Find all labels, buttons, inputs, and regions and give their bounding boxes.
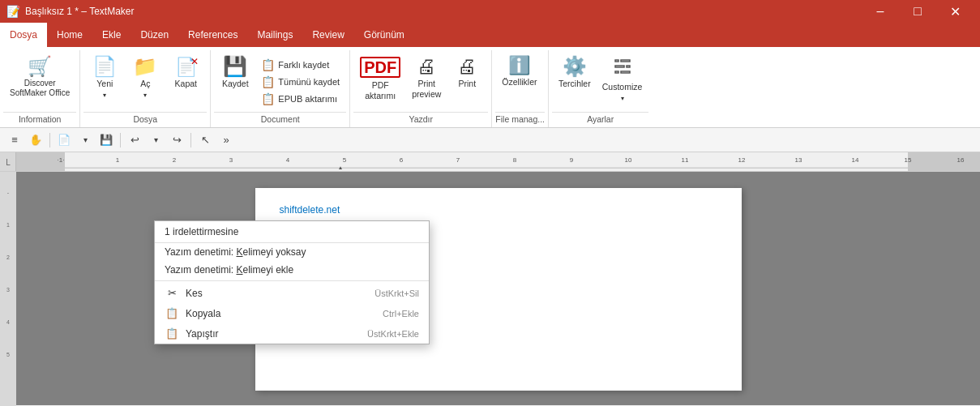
epub-button[interactable]: 📋 EPUB aktarımı xyxy=(256,91,344,107)
svg-text:·1·: ·1· xyxy=(58,157,65,165)
ribbon-group-information: 🛒 DiscoverSoftMaker Office Information xyxy=(0,50,80,127)
farkli-label: Farklı kaydet xyxy=(278,60,329,70)
ribbon-group-dosya-label: Dosya xyxy=(83,112,207,127)
ctx-add-item[interactable]: Yazım denetimi: Kelimeyi ekle xyxy=(155,261,429,279)
svg-text:16: 16 xyxy=(957,157,965,165)
undo-dropdown-button[interactable]: ▾ xyxy=(146,130,165,150)
svg-text:5: 5 xyxy=(343,157,347,165)
ribbon-group-filemanag-buttons: ℹ️ Özellikler xyxy=(495,50,545,112)
ribbon-group-information-label: Information xyxy=(3,112,76,127)
kaydet-icon: 💾 xyxy=(223,57,247,76)
svg-rect-4 xyxy=(615,71,618,73)
undo-button[interactable]: ↩ xyxy=(125,130,144,150)
ac-label: Aç xyxy=(140,79,150,89)
ribbon-group-yazdir-buttons: PDF PDFaktarımı 🖨 Printpreview 🖨 Print xyxy=(353,50,488,112)
ruler-main: ·1· 1 2 3 4 5 6 7 8 9 10 11 12 13 14 15 … xyxy=(16,152,980,171)
ribbon-group-ayarlar-label: Ayarlar xyxy=(552,112,648,127)
save-toolbar-button[interactable]: 💾 xyxy=(96,130,116,150)
print-button[interactable]: 🖨 Print xyxy=(447,53,486,110)
svg-text:2: 2 xyxy=(6,254,10,260)
maximize-button[interactable]: □ xyxy=(899,0,936,23)
close-button[interactable]: ✕ xyxy=(936,0,974,23)
kes-shortcut: ÜstKrkt+Sil xyxy=(374,288,419,298)
svg-text:6: 6 xyxy=(400,157,404,165)
minimize-button[interactable]: – xyxy=(862,0,899,23)
ribbon-group-document-buttons: 💾 Kaydet 📋 Farklı kaydet 📋 Tümünü kaydet… xyxy=(214,50,346,112)
farkli-icon: 📋 xyxy=(261,58,275,71)
ribbon-group-ayarlar: ⚙️ Tercihler Customize▾ Ayarlar xyxy=(549,50,652,127)
ctx-kopyala-item[interactable]: 📋 Kopyala Ctrl+Ekle xyxy=(155,303,429,323)
yapistir-icon: 📋 xyxy=(165,327,179,340)
svg-text:4: 4 xyxy=(6,319,10,325)
ctx-spell-suggestion: 1 irdelettirmesine xyxy=(155,221,429,243)
vertical-ruler: - 1 2 3 4 5 xyxy=(0,172,16,405)
title-bar-controls: – □ ✕ xyxy=(862,0,974,23)
discover-icon: 🛒 xyxy=(28,57,52,76)
svg-text:L: L xyxy=(6,158,11,167)
yeni-arrow: ▾ xyxy=(103,92,106,99)
tercihler-label: Tercihler xyxy=(558,79,591,89)
kaydet-button[interactable]: 💾 Kaydet xyxy=(216,53,255,110)
tumunu-icon: 📋 xyxy=(261,75,275,88)
hand-tool-button[interactable]: ✋ xyxy=(26,130,45,150)
svg-text:8: 8 xyxy=(513,157,517,165)
toolbar-separator-1 xyxy=(49,133,50,147)
customize-button[interactable]: Customize▾ xyxy=(597,53,648,110)
pdf-label: PDFaktarımı xyxy=(365,80,396,100)
ribbon-group-ayarlar-buttons: ⚙️ Tercihler Customize▾ xyxy=(552,50,648,112)
document-area[interactable]: shiftdelete.net 1 irdelettirmesine Yazım… xyxy=(16,172,980,405)
cursor-button[interactable]: ↖ xyxy=(195,130,215,150)
svg-text:9: 9 xyxy=(570,157,573,165)
customize-icon xyxy=(613,57,632,79)
svg-rect-3 xyxy=(627,66,630,67)
svg-text:5: 5 xyxy=(6,352,10,357)
title-bar: 📝 Başlıksız 1 * – TextMaker – □ ✕ xyxy=(0,0,980,23)
main-area: - 1 2 3 4 5 shiftdelete.net 1 irdelettir… xyxy=(0,172,980,405)
document-small-buttons: 📋 Farklı kaydet 📋 Tümünü kaydet 📋 EPUB a… xyxy=(256,53,344,107)
ctx-ignore-item[interactable]: Yazım denetimi: Kelimeyi yoksay xyxy=(155,243,429,261)
redo-button[interactable]: ↪ xyxy=(167,130,186,150)
svg-rect-1 xyxy=(621,60,630,62)
pdf-button[interactable]: PDF PDFaktarımı xyxy=(355,53,405,110)
menu-toggle-button[interactable]: ≡ xyxy=(5,130,24,150)
kes-label: Kes xyxy=(186,288,368,299)
menu-item-review[interactable]: Review xyxy=(302,23,353,47)
menu-item-gorunum[interactable]: Görünüm xyxy=(354,23,414,47)
yapistir-label: Yapıştır xyxy=(186,328,361,340)
discover-button[interactable]: 🛒 DiscoverSoftMaker Office xyxy=(5,53,75,110)
yeni-button[interactable]: 📄 Yeni ▾ xyxy=(85,53,124,110)
svg-text:15: 15 xyxy=(905,157,913,165)
ozellikler-button[interactable]: ℹ️ Özellikler xyxy=(497,53,541,110)
printpreview-button[interactable]: 🖨 Printpreview xyxy=(407,53,446,110)
tercihler-button[interactable]: ⚙️ Tercihler xyxy=(554,53,596,110)
menu-item-home[interactable]: Home xyxy=(47,23,92,47)
ribbon-group-filemanag: ℹ️ Özellikler File manag... xyxy=(492,50,549,127)
app-icon: 📝 xyxy=(6,5,20,18)
svg-text:13: 13 xyxy=(795,157,803,165)
ctx-ignore-label: Yazım denetimi: Kelimeyi yoksay xyxy=(165,246,306,258)
menu-item-mailings[interactable]: Mailings xyxy=(247,23,302,47)
kapat-button[interactable]: 📄✕ Kapat xyxy=(166,53,205,110)
menu-item-duzen[interactable]: Düzen xyxy=(131,23,178,47)
more-tools-button[interactable]: » xyxy=(216,130,236,150)
epub-icon: 📋 xyxy=(261,92,275,105)
menu-item-dosya[interactable]: Dosya xyxy=(0,23,47,47)
print-icon: 🖨 xyxy=(457,57,477,76)
farkli-button[interactable]: 📋 Farklı kaydet xyxy=(256,57,344,73)
ctx-kes-item[interactable]: ✂ Kes ÜstKrkt+Sil xyxy=(155,283,429,303)
ozellikler-icon: ℹ️ xyxy=(508,57,530,75)
customize-label: Customize▾ xyxy=(602,82,643,102)
open-dropdown-button[interactable]: ▾ xyxy=(75,130,95,150)
ac-button[interactable]: 📁 Aç ▾ xyxy=(126,53,165,110)
tercihler-icon: ⚙️ xyxy=(563,57,587,76)
context-menu: 1 irdelettirmesine Yazım denetimi: Kelim… xyxy=(154,220,430,344)
toolbar: ≡ ✋ 📄 ▾ 💾 ↩ ▾ ↪ ↖ » xyxy=(0,128,980,152)
menu-item-ekle[interactable]: Ekle xyxy=(92,23,131,47)
epub-label: EPUB aktarımı xyxy=(278,94,337,104)
new-doc-button[interactable]: 📄 xyxy=(54,130,74,150)
kes-icon: ✂ xyxy=(165,287,179,299)
tumunu-button[interactable]: 📋 Tümünü kaydet xyxy=(256,74,344,90)
ruler-corner: L xyxy=(0,152,16,171)
ctx-yapistir-item[interactable]: 📋 Yapıştır ÜstKrkt+Ekle xyxy=(155,323,429,344)
menu-item-references[interactable]: References xyxy=(178,23,247,47)
